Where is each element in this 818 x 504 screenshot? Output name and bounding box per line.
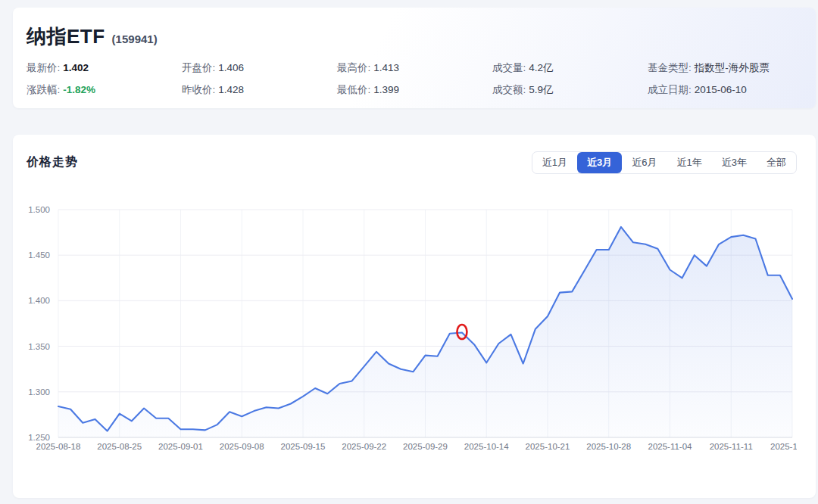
price-trend-card: 价格走势 近1月近3月近6月近1年近3年全部 1.2501.3001.3501.…: [13, 135, 816, 498]
stat-label: 最高价:: [337, 62, 370, 73]
stat-label: 昨收价:: [182, 84, 215, 95]
stat-label: 成立日期:: [648, 84, 692, 95]
stat-item: 最新价:1.402: [27, 61, 182, 75]
tab-6m[interactable]: 近6月: [622, 152, 667, 173]
svg-text:2025-11-18: 2025-11-18: [770, 442, 797, 451]
stat-column: 成交量:4.2亿成交额:5.9亿: [492, 61, 648, 105]
tab-3y[interactable]: 近3年: [712, 152, 757, 173]
svg-text:2025-11-04: 2025-11-04: [648, 442, 693, 451]
fund-name: 纳指ETF: [27, 23, 105, 50]
stat-value: -1.82%: [63, 84, 95, 95]
svg-text:2025-08-18: 2025-08-18: [36, 442, 81, 451]
fund-title-row: 纳指ETF (159941): [27, 23, 802, 50]
stat-value: 1.413: [373, 62, 399, 73]
svg-text:2025-10-14: 2025-10-14: [464, 442, 509, 451]
stat-column: 开盘价:1.406昨收价:1.428: [182, 61, 337, 105]
stat-column: 基金类型:指数型-海外股票成立日期:2015-06-10: [648, 61, 770, 105]
tab-1m[interactable]: 近1月: [532, 152, 577, 173]
tab-1y[interactable]: 近1年: [667, 152, 712, 173]
chart-canvas: 1.2501.3001.3501.4001.4501.5002025-08-18…: [27, 197, 797, 460]
svg-text:2025-10-21: 2025-10-21: [526, 442, 570, 451]
stat-label: 成交额:: [492, 84, 526, 95]
stat-item: 最高价:1.413: [337, 61, 492, 75]
svg-text:2025-09-15: 2025-09-15: [281, 442, 326, 451]
stat-label: 成交量:: [492, 62, 526, 73]
svg-text:2025-09-29: 2025-09-29: [403, 442, 448, 451]
stat-value: 1.428: [218, 84, 244, 95]
svg-text:2025-09-22: 2025-09-22: [342, 442, 386, 451]
chart-title: 价格走势: [27, 151, 78, 170]
stat-column: 最高价:1.413最低价:1.399: [337, 61, 492, 105]
svg-text:1.300: 1.300: [28, 387, 50, 397]
stat-item: 成交量:4.2亿: [492, 61, 648, 75]
stat-value: 指数型-海外股票: [695, 62, 770, 73]
stat-value: 1.399: [373, 84, 399, 95]
stat-column: 最新价:1.402涨跌幅:-1.82%: [27, 61, 182, 105]
stat-item: 成立日期:2015-06-10: [648, 83, 770, 97]
svg-text:2025-11-11: 2025-11-11: [710, 442, 753, 451]
stat-label: 最新价:: [27, 62, 60, 73]
svg-text:2025-10-28: 2025-10-28: [586, 442, 631, 451]
stat-value: 1.406: [218, 62, 244, 73]
stat-value: 1.402: [63, 62, 89, 73]
stat-item: 最低价:1.399: [337, 83, 492, 97]
svg-text:1.400: 1.400: [28, 296, 50, 305]
stat-label: 涨跌幅:: [27, 84, 60, 95]
svg-text:2025-09-01: 2025-09-01: [158, 442, 203, 451]
stat-label: 开盘价:: [182, 62, 215, 73]
svg-text:2025-09-08: 2025-09-08: [220, 442, 264, 451]
tab-all[interactable]: 全部: [757, 152, 796, 173]
stat-item: 开盘价:1.406: [182, 61, 337, 75]
stat-item: 基金类型:指数型-海外股票: [648, 61, 770, 75]
svg-text:1.500: 1.500: [28, 205, 50, 214]
x-axis-labels: 2025-08-182025-08-252025-09-012025-09-08…: [36, 442, 797, 451]
svg-text:1.450: 1.450: [28, 250, 50, 260]
stat-value: 2015-06-10: [695, 84, 747, 95]
stat-item: 成交额:5.9亿: [492, 83, 648, 97]
stat-value: 5.9亿: [529, 84, 553, 95]
y-axis-labels: 1.2501.3001.3501.4001.4501.500: [28, 205, 50, 442]
stat-value: 4.2亿: [529, 62, 553, 73]
svg-text:2025-08-25: 2025-08-25: [97, 442, 142, 451]
fund-stats: 最新价:1.402涨跌幅:-1.82%开盘价:1.406昨收价:1.428最高价…: [27, 61, 802, 105]
stat-item: 昨收价:1.428: [182, 83, 337, 97]
tab-3m[interactable]: 近3月: [577, 152, 622, 173]
range-tab-group: 近1月近3月近6月近1年近3年全部: [532, 151, 797, 174]
stat-label: 最低价:: [337, 84, 370, 95]
svg-text:1.250: 1.250: [28, 433, 50, 442]
fund-header-card: 纳指ETF (159941) 最新价:1.402涨跌幅:-1.82%开盘价:1.…: [13, 8, 816, 108]
stat-item: 涨跌幅:-1.82%: [27, 83, 182, 97]
price-line-chart: 1.2501.3001.3501.4001.4501.5002025-08-18…: [27, 197, 797, 460]
fund-code: (159941): [112, 33, 158, 45]
svg-text:1.350: 1.350: [28, 342, 50, 351]
chart-header: 价格走势 近1月近3月近6月近1年近3年全部: [13, 135, 816, 174]
stat-label: 基金类型:: [648, 62, 692, 73]
